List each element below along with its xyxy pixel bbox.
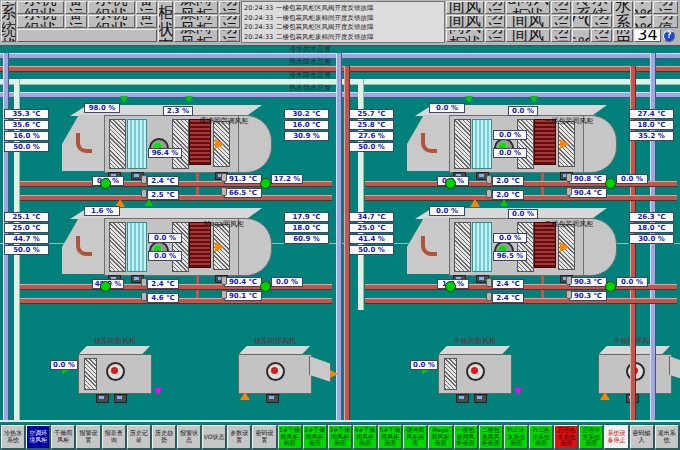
alarm-row[interactable]: 20:24:33二楼包装风柜区风阀开度反馈故障 (244, 22, 442, 32)
fan-stopped-indicator[interactable] (466, 362, 485, 381)
alarm-row[interactable]: 20:24:33二楼包装风柜废棉间开度反馈故障 (244, 32, 442, 42)
nav-dryer-cabinet-button[interactable]: 干燥间风柜 (51, 425, 75, 449)
alarm-row[interactable]: 20:24:33一楼包装风柜废棉间开度反馈故障 (244, 13, 442, 23)
alarm-row[interactable]: 20:24:33一楼包装风柜区风阀开度反馈故障 (244, 3, 442, 13)
screen-dryer-1-button[interactable]: 1#干燥间风柜画面 (278, 425, 302, 449)
chilled-water-header: 冷水系统 (572, 1, 612, 14)
history-record-button[interactable]: 历史记录 (127, 425, 151, 449)
humidity-box: 41.4 % (349, 234, 394, 244)
valve-position-box: 0.0 % (148, 233, 182, 243)
return-temp-box: 25.0 ℃ (349, 223, 394, 233)
fan-stopped-indicator[interactable] (266, 362, 285, 381)
valve-indicator[interactable] (445, 281, 456, 292)
dryer-fan-2-status: 自动运行 (219, 15, 240, 28)
supply-humidity-box: 30.0 % (629, 234, 674, 244)
valve-indicator[interactable] (260, 281, 271, 292)
sensor-icon (141, 278, 147, 287)
water-temp-box: 4.6 ℃ (147, 293, 179, 303)
password-input-button[interactable]: 密码输入 (630, 425, 654, 449)
history-trend-button[interactable]: 历史趋势 (152, 425, 176, 449)
water-temp-box: 2.5 ℃ (147, 190, 179, 200)
small-unit-label: 干燥间新风柜 (410, 336, 540, 346)
ahu-unit-mega-room: Mega间风柜 25.1 ℃ 25.0 ℃ 44.7 % 50.0 % 17.9… (0, 206, 345, 309)
io-status-button[interactable]: I/O状态 (202, 425, 226, 449)
exit-system-button[interactable]: 退出系统 (655, 425, 679, 449)
alarm-status-button[interactable]: 报警状态 (177, 425, 201, 449)
password-settings-button[interactable]: 密码设置 (252, 425, 276, 449)
param-settings-button[interactable]: 参数设置 (227, 425, 251, 449)
damper-actuator-icon (474, 394, 487, 403)
filter-grille-icon (84, 358, 97, 390)
hot-valve-box: 0.0 % (616, 174, 648, 184)
nav-hvac-env-button[interactable]: 空调环境风柜 (26, 425, 50, 449)
hot-water-header: 热水系统 (613, 1, 633, 28)
damper-position-box: 0.0 % (410, 360, 438, 370)
screen-dryer-2-button[interactable]: 2#干燥间风柜画面 (303, 425, 327, 449)
report-query-button[interactable]: 报表查询 (102, 425, 126, 449)
screen-dryer-3-button[interactable]: 3#干燥间风柜画面 (328, 425, 352, 449)
damper-actuator-icon (456, 394, 469, 403)
damper-actuator-icon (96, 394, 109, 403)
screen-mega-room-button[interactable]: Mega间风柜画面 (428, 425, 452, 449)
hot-valve-box: 17.2 % (271, 174, 303, 184)
damper-actuator-icon (266, 394, 279, 403)
screen-plc-chilled-button[interactable]: PLC冷水系统画面 (504, 425, 528, 449)
small-unit-label: 烟库间新风柜 (50, 336, 180, 346)
chiller-4-status: 设备运行 (136, 1, 157, 14)
screen-floor1-packing-button[interactable]: 一楼包装间风柜画面 (454, 425, 478, 449)
nav-water-system-button[interactable]: 冷热水系统 (1, 425, 25, 449)
return-temp-box: 25.0 ℃ (4, 223, 49, 233)
hot-supply-temp-box: 90.4 ℃ (224, 277, 262, 287)
screen-dryer-4-button[interactable]: 4#干燥间风柜画面 (353, 425, 377, 449)
supply-temp-box: 27.4 ℃ (629, 109, 674, 119)
screen-dryer-5-button[interactable]: 5#干燥间风柜画面 (378, 425, 402, 449)
bottom-nav-bar: 冷热水系统 空调环境风柜 干燥间风柜 报警设置 报表查询 历史记录 历史趋势 报… (0, 424, 680, 450)
hot-return-temp-box: 66.5 ℃ (224, 188, 262, 198)
valve-indicator[interactable] (605, 281, 616, 292)
hot-return-temp-box: 90.4 ℃ (569, 188, 607, 198)
supply-humidity-box: 60.9 % (284, 234, 329, 244)
return-temp-box: 25.8 ℃ (349, 120, 394, 130)
floor2-packing-fan-status: 自动运行 (551, 29, 571, 42)
alarm-message: 二楼包装风柜废棉间开度反馈故障 (276, 32, 442, 42)
system-stop-button[interactable]: 系统设备停止 (604, 425, 628, 449)
humidity-box: 44.7 % (4, 234, 49, 244)
hot-return-main-label: 热水回水总管 (0, 59, 620, 66)
chilled-supply-main-label: 冷水供水总管 (0, 46, 620, 53)
damper-position-box: 0.0 % (508, 106, 538, 116)
valve-indicator[interactable] (100, 281, 111, 292)
exhaust-fan-unit: 烟库间排风机 (210, 336, 340, 412)
supply-air-arrow (560, 242, 569, 252)
alarm-settings-button[interactable]: 报警设置 (76, 425, 100, 449)
fresh-air-arrow-icon (145, 199, 153, 206)
exhaust-arrow-icon (330, 370, 338, 378)
valve-indicator[interactable] (260, 178, 271, 189)
mint-room-fan-status: 自动运行 (485, 29, 505, 42)
supply-air-arrow (215, 139, 224, 149)
help-icon[interactable]: ? (663, 30, 675, 42)
dryer-fan-3-label: 3#干燥间风柜状态 (174, 29, 218, 42)
damper-arrow-icon (185, 96, 193, 103)
fresh-air-arrow-icon (500, 199, 508, 206)
scada-hvac-screen: 冷水系统状态 1#冷水机组状态 设备运行 4#冷水机组状态 设备运行 2#冷水机… (0, 0, 680, 450)
screen-floor2-packing-button[interactable]: 二楼包装间风柜画面 (479, 425, 503, 449)
fan-stopped-indicator[interactable] (106, 362, 125, 381)
screen-buffer-room-button[interactable]: 缓冲间风柜画面 (403, 425, 427, 449)
exhaust-arrow-icon (154, 388, 162, 395)
valve-indicator[interactable] (100, 178, 111, 189)
valve-indicator[interactable] (445, 178, 456, 189)
current-user-input[interactable]: 123456 (634, 29, 661, 42)
damper-position-box: 1.6 % (84, 206, 120, 216)
sensor-icon (486, 278, 492, 287)
sensor-icon (566, 187, 572, 196)
hot-water-start-stop-button[interactable]: 启停热水系统画面 (554, 425, 578, 449)
cooling-coil (127, 222, 147, 272)
dryer-fan-1-label: 1#干燥间风柜状态 (174, 1, 218, 14)
riser-pipe (336, 53, 342, 420)
screen-plc-hot-button[interactable]: PLC热水系统画面 (529, 425, 553, 449)
filter-grille-icon (172, 222, 189, 272)
valve-indicator[interactable] (605, 178, 616, 189)
sensor-icon (486, 175, 492, 184)
chilled-water-mode-1: 自动运行 (591, 15, 612, 28)
chilled-water-start-stop-button[interactable]: 启停冷水系统画面 (579, 425, 603, 449)
